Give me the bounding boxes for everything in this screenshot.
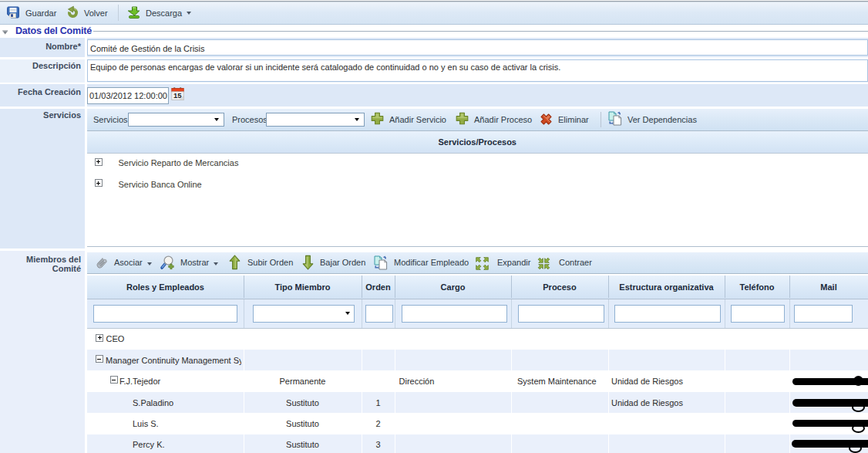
svg-text:15: 15 (173, 91, 181, 100)
